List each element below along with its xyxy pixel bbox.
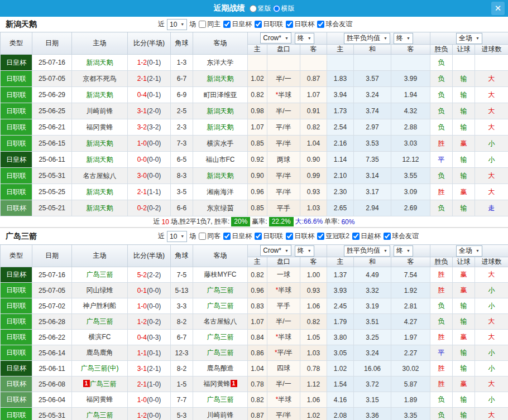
league-filter-option[interactable]: 日联杯: [285, 20, 314, 29]
odds-home: 1.02: [248, 71, 267, 87]
mean-home: 3.80: [327, 330, 354, 345]
league-filter-checkbox[interactable]: [286, 233, 293, 240]
result-handicap: 输: [453, 71, 475, 87]
mean-draw: 3.24: [354, 345, 391, 361]
fulltime-select[interactable]: 全场: [456, 33, 482, 44]
win-rate-badge: 20%: [231, 217, 250, 226]
league-filter-label: 球会友谊: [325, 20, 352, 29]
result-goals: 大: [475, 267, 508, 283]
odds-provider-select[interactable]: Crow*: [260, 245, 291, 256]
odds-final-select[interactable]: 终: [295, 33, 314, 44]
odds-home: 0.78: [248, 376, 267, 392]
league-filter-checkbox[interactable]: [255, 233, 262, 240]
result-handicap: 输: [453, 103, 475, 119]
away-team: 广岛三箭: [193, 345, 248, 361]
league-filter-option[interactable]: 日职联: [254, 231, 283, 241]
league-filter-checkbox[interactable]: [223, 233, 231, 240]
odds-handicap: *半球: [267, 283, 300, 298]
league-filter-option[interactable]: 球会友谊: [383, 231, 419, 241]
match-row: 日职联25-06-25川崎前锋3-1(2-0)2-5新潟天鹅0.98半/一0.9…: [1, 103, 508, 119]
odds-handicap: *半球: [267, 392, 300, 408]
result-goals: 小: [475, 298, 508, 314]
halftime-score: (0-2): [147, 204, 161, 212]
mode-horizontal-option[interactable]: 横版: [273, 4, 295, 13]
odds-final-select[interactable]: 终: [295, 245, 314, 257]
summary-bar: 近10场,胜2平1负7, 胜率: 20% 赢率: 22.2% 大:66.6% 单…: [0, 216, 508, 228]
result-wdl: 平: [430, 345, 453, 361]
league-filter-checkbox[interactable]: [223, 21, 231, 28]
mean-final-select[interactable]: 终: [394, 245, 413, 257]
mean-odds-select[interactable]: 胜平负均值: [344, 33, 390, 44]
result-wdl: 负: [430, 119, 453, 136]
halftime-score: (0-0): [147, 287, 161, 295]
away-team: 藤枝MYFC: [193, 267, 248, 283]
sub-mean-draw: 和: [354, 45, 391, 55]
odds-home: 0.85: [248, 200, 267, 216]
same-venue-option[interactable]: 同客: [198, 231, 221, 241]
handicap-label: 半球: [278, 91, 291, 99]
fulltime-group: 全场: [430, 245, 508, 257]
league-filter-checkbox[interactable]: [384, 233, 391, 240]
mean-away: 1.92: [391, 283, 430, 298]
league-filter-option[interactable]: 日职联: [254, 20, 283, 29]
league-filter-option[interactable]: 日超杯: [352, 231, 381, 241]
result-handicap: 输: [453, 392, 475, 408]
same-venue-checkbox[interactable]: [199, 21, 206, 28]
mean-away: 12.12: [391, 152, 430, 168]
same-venue-option[interactable]: 同主: [198, 20, 221, 29]
same-venue-label: 同主: [207, 20, 221, 29]
mode-vertical-option[interactable]: 竖版: [250, 4, 271, 13]
mode-horizontal-radio[interactable]: [273, 5, 280, 12]
sub-handicap: 盘口: [267, 45, 300, 55]
result-goals: 大: [475, 119, 508, 136]
col-home: 主场: [72, 245, 128, 267]
league-filter-checkbox[interactable]: [317, 21, 324, 28]
match-row: 日职联25-06-15新潟天鹅1-0(0-0)7-3横滨水手0.85平/半1.0…: [1, 136, 508, 152]
result-handicap: 输: [453, 408, 475, 420]
mean-draw: 3.32: [354, 283, 391, 298]
home-team-label: 广岛三箭: [87, 271, 113, 278]
away-team-title: 广岛三箭: [6, 231, 37, 242]
home-team: 神户胜利船: [72, 298, 128, 314]
mean-home: 2.08: [327, 408, 354, 420]
halftime-score: (0-0): [147, 412, 161, 419]
fulltime-score: 0-2: [137, 204, 147, 212]
league-filter-checkbox[interactable]: [352, 233, 360, 240]
odds-away: 1.06: [300, 392, 327, 408]
match-count-select[interactable]: 10: [167, 231, 187, 242]
odds-away: 1.06: [300, 298, 327, 314]
odds-provider-select[interactable]: Crow*: [260, 32, 291, 44]
odds-away: 0.78: [300, 361, 327, 376]
result-handicap: 输: [453, 119, 475, 136]
league-filter-checkbox[interactable]: [286, 21, 293, 28]
league-filter-option[interactable]: 日皇杯: [223, 20, 252, 29]
league-filter-option[interactable]: 日联杯: [285, 231, 314, 241]
league-filter-option[interactable]: 亚冠联2: [317, 231, 349, 241]
summary-count: 10: [162, 218, 169, 226]
corner-score: 6-9: [171, 87, 193, 103]
away-team-label: 广岛三箭: [207, 333, 234, 341]
league-filter-option[interactable]: 日皇杯: [223, 231, 252, 241]
away-team-label: 鹿岛酿造: [207, 364, 234, 372]
match-type-badge: 日联杯: [1, 200, 32, 216]
match-row: 日皇杯25-06-11新潟天鹅0-0(0-0)6-5福山市FC0.92两球0.9…: [1, 152, 508, 168]
mean-home: 3.93: [327, 283, 354, 298]
match-score: 0-4(0-1): [128, 87, 171, 103]
mean-odds-select[interactable]: 胜平负均值: [344, 245, 390, 257]
match-date: 25-06-21: [32, 119, 72, 136]
league-filter-checkbox[interactable]: [255, 21, 262, 28]
home-team-label: 福冈黄蜂: [87, 123, 113, 131]
league-filter-option[interactable]: 球会友谊: [317, 20, 352, 29]
mean-final-select[interactable]: 终: [394, 33, 413, 44]
match-count-select[interactable]: 10: [167, 19, 187, 30]
odds-away: 0.82: [300, 119, 327, 136]
mode-vertical-radio[interactable]: [250, 5, 257, 12]
corner-score: 6-7: [171, 330, 193, 345]
close-button[interactable]: ✕: [491, 2, 505, 15]
fulltime-select[interactable]: 全场: [456, 245, 482, 257]
away-team: 福山市FC: [193, 152, 248, 168]
match-score: 1-1(0-1): [128, 345, 171, 361]
odds-home: 0.83: [248, 298, 267, 314]
same-venue-checkbox[interactable]: [199, 233, 206, 240]
league-filter-checkbox[interactable]: [317, 233, 324, 240]
